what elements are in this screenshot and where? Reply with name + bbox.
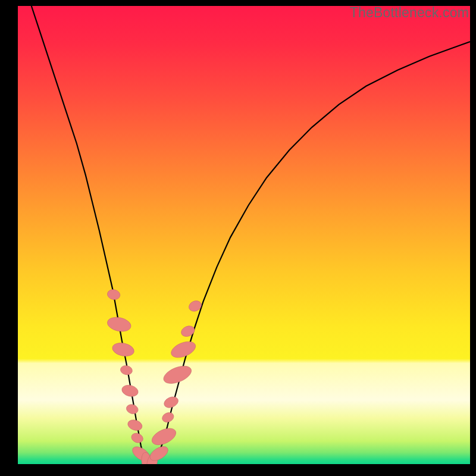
- gradient-background: [18, 6, 470, 464]
- chart-frame: [18, 6, 470, 464]
- watermark-text: TheBottleneck.com: [350, 5, 469, 21]
- bottleneck-chart: [18, 6, 470, 464]
